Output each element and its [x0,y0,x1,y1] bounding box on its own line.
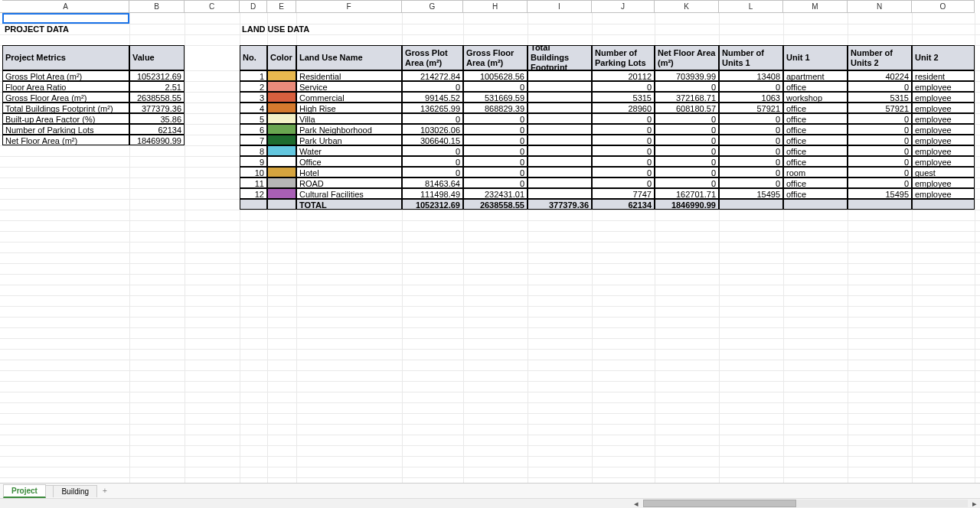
lu-u1[interactable]: room [783,167,848,177]
lu-nu1[interactable]: 0 [719,124,783,135]
lu-no[interactable]: 12 [240,188,267,199]
lu-nfa[interactable]: 0 [655,135,719,145]
lu-nfa[interactable]: 703939.99 [655,70,719,81]
lu-u2[interactable]: employee [912,177,975,188]
col-header-C[interactable]: C [185,0,240,13]
col-header-L[interactable]: L [719,0,783,13]
col-header-N[interactable]: N [848,0,912,13]
pm-header-metric[interactable]: Project Metrics [2,45,129,70]
lu-nu2[interactable]: 0 [848,145,912,156]
lu-gpa[interactable]: 214272.84 [402,70,463,81]
lu-u2[interactable]: employee [912,92,975,103]
lu-nu2[interactable]: 15495 [848,188,912,199]
lu-gpa[interactable]: 306640.15 [402,135,463,145]
lu-header-nfa[interactable]: Net Floor Area (m²) [655,45,719,70]
lu-no[interactable]: 1 [240,70,267,81]
lu-no[interactable]: 3 [240,92,267,103]
pm-header-value[interactable]: Value [129,45,185,70]
lu-tbf[interactable] [528,177,592,188]
lu-u1[interactable]: office [783,135,848,145]
lu-gpa[interactable]: 99145.52 [402,92,463,103]
lu-nu2[interactable]: 0 [848,135,912,145]
pm-label[interactable]: Built-up Area Factor (%) [2,113,129,124]
lu-u2[interactable]: employee [912,124,975,135]
scroll-left-icon[interactable]: ◂ [631,499,642,508]
lu-tbf[interactable] [528,70,592,81]
lu-nu2[interactable]: 0 [848,113,912,124]
lu-nu1[interactable]: 0 [719,177,783,188]
lu-tbf[interactable] [528,156,592,167]
lu-nfa[interactable]: 0 [655,167,719,177]
lu-gpa[interactable]: 81463.64 [402,177,463,188]
lu-name[interactable]: ROAD [296,177,402,188]
col-header-H[interactable]: H [463,0,528,13]
col-header-O[interactable]: O [912,0,975,13]
col-header-G[interactable]: G [402,0,463,13]
lu-tbf[interactable] [528,167,592,177]
lu-npl[interactable]: 0 [592,167,655,177]
lu-npl[interactable]: 0 [592,145,655,156]
lu-total-npl[interactable]: 62134 [592,199,655,210]
lu-u2[interactable]: employee [912,81,975,92]
tab-block[interactable]: Block [18,485,54,497]
lu-u2[interactable]: employee [912,156,975,167]
lu-gfa[interactable]: 0 [463,81,528,92]
title-project[interactable]: PROJECT DATA [2,24,185,34]
lu-u2[interactable]: employee [912,145,975,156]
lu-header-nu2[interactable]: Number of Units 2 [848,45,912,70]
lu-tbf[interactable] [528,124,592,135]
lu-nu2[interactable]: 0 [848,124,912,135]
lu-nu1[interactable]: 57921 [719,103,783,113]
lu-gfa[interactable]: 0 [463,113,528,124]
lu-name[interactable]: Office [296,156,402,167]
lu-name[interactable]: Residential [296,70,402,81]
lu-no[interactable]: 10 [240,167,267,177]
pm-label[interactable]: Number of Parking Lots [2,124,129,135]
lu-total-blank[interactable] [267,199,296,210]
lu-gpa[interactable]: 111498.49 [402,188,463,199]
lu-total-blank[interactable] [719,199,783,210]
lu-header-tbf[interactable]: Total Buildings Footprint [528,45,592,70]
lu-nu1[interactable]: 0 [719,156,783,167]
lu-u2[interactable]: employee [912,103,975,113]
tab-nav-icon[interactable]: › [3,487,18,495]
col-header-A[interactable]: A [2,0,129,13]
lu-u2[interactable]: employee [912,135,975,145]
lu-total-tbf[interactable]: 377379.36 [528,199,592,210]
lu-name[interactable]: Park Neighborhood [296,124,402,135]
lu-no[interactable]: 9 [240,156,267,167]
lu-u1[interactable]: office [783,156,848,167]
lu-tbf[interactable] [528,103,592,113]
lu-nfa[interactable]: 608180.57 [655,103,719,113]
tab-building[interactable]: Building [53,485,97,497]
col-header-M[interactable]: M [783,0,848,13]
lu-nu2[interactable]: 5315 [848,92,912,103]
lu-nu1[interactable]: 0 [719,113,783,124]
lu-nfa[interactable]: 0 [655,124,719,135]
lu-total-blank[interactable] [240,199,267,210]
pm-value[interactable]: 2638558.55 [129,92,185,103]
lu-nu1[interactable]: 0 [719,81,783,92]
lu-header-gfa[interactable]: Gross Floor Area (m²) [463,45,528,70]
lu-nu1[interactable]: 15495 [719,188,783,199]
lu-no[interactable]: 8 [240,145,267,156]
lu-u1[interactable]: office [783,81,848,92]
lu-nu2[interactable]: 0 [848,81,912,92]
pm-value[interactable]: 2.51 [129,81,185,92]
lu-nu2[interactable]: 0 [848,177,912,188]
lu-gpa[interactable]: 0 [402,145,463,156]
lu-nu2[interactable]: 0 [848,167,912,177]
lu-gfa[interactable]: 232431.01 [463,188,528,199]
lu-gpa[interactable]: 0 [402,167,463,177]
lu-header-npl[interactable]: Number of Parking Lots [592,45,655,70]
spreadsheet-grid[interactable]: ABCDEFGHIJKLMNO PROJECT DATALAND USE DAT… [0,0,980,508]
lu-tbf[interactable] [528,92,592,103]
col-header-D[interactable]: D [240,0,267,13]
lu-nu1[interactable]: 0 [719,145,783,156]
scroll-thumb[interactable] [643,500,796,507]
col-header-F[interactable]: F [296,0,402,13]
lu-header-nu1[interactable]: Number of Units 1 [719,45,783,70]
lu-gfa[interactable]: 1005628.56 [463,70,528,81]
lu-u2[interactable]: guest [912,167,975,177]
lu-nu2[interactable]: 0 [848,156,912,167]
